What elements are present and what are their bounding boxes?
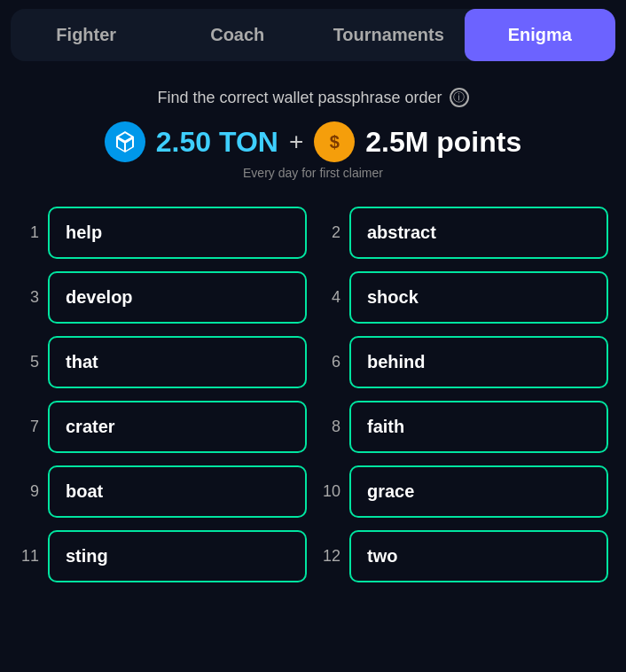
word-number-3: 3: [18, 288, 39, 307]
word-cell-8: 8faith: [319, 401, 608, 453]
tab-coach[interactable]: Coach: [162, 9, 314, 61]
ton-icon: [105, 121, 145, 162]
tab-fighter[interactable]: Fighter: [11, 9, 162, 61]
word-cell-1: 1help: [18, 207, 307, 259]
word-box-5[interactable]: that: [48, 336, 307, 388]
word-cell-3: 3develop: [18, 271, 307, 324]
word-box-9[interactable]: boat: [48, 465, 307, 518]
word-number-1: 1: [18, 223, 39, 242]
nav-bar: Fighter Coach Tournaments Enigma: [11, 9, 615, 61]
word-cell-5: 5that: [18, 336, 307, 388]
coin-symbol: $: [330, 132, 340, 152]
word-box-10[interactable]: grace: [349, 465, 608, 518]
subtitle: Every day for first claimer: [18, 166, 608, 180]
word-box-4[interactable]: shock: [349, 271, 608, 324]
plus-sign: +: [289, 128, 303, 156]
word-cell-10: 10grace: [319, 465, 608, 518]
header-title-text: Find the correct wallet passphrase order: [157, 89, 442, 107]
word-number-10: 10: [319, 482, 340, 501]
word-number-7: 7: [18, 418, 39, 436]
word-box-7[interactable]: crater: [48, 401, 307, 453]
header-title: Find the correct wallet passphrase order…: [18, 88, 608, 107]
word-cell-7: 7crater: [18, 401, 307, 453]
word-grid: 1help2abstract3develop4shock5that6behind…: [0, 189, 626, 600]
ton-logo: [113, 129, 137, 154]
coin-icon: $: [314, 121, 355, 162]
points-amount: 2.5M points: [365, 126, 521, 159]
word-box-3[interactable]: develop: [48, 271, 307, 324]
info-icon[interactable]: ⓘ: [450, 88, 469, 107]
word-number-12: 12: [319, 547, 340, 566]
word-number-11: 11: [18, 547, 39, 566]
word-number-5: 5: [18, 353, 39, 371]
word-cell-12: 12two: [319, 530, 608, 582]
tab-enigma[interactable]: Enigma: [465, 9, 616, 61]
word-number-2: 2: [319, 223, 340, 242]
ton-amount: 2.50 TON: [156, 126, 278, 159]
word-box-12[interactable]: two: [349, 530, 608, 582]
word-box-11[interactable]: sting: [48, 530, 307, 582]
word-cell-6: 6behind: [319, 336, 608, 388]
word-cell-2: 2abstract: [319, 207, 608, 259]
word-box-6[interactable]: behind: [349, 336, 608, 388]
word-box-2[interactable]: abstract: [349, 207, 608, 259]
word-cell-4: 4shock: [319, 271, 608, 324]
tab-tournaments[interactable]: Tournaments: [313, 9, 465, 61]
word-cell-11: 11sting: [18, 530, 307, 582]
word-number-8: 8: [319, 418, 340, 436]
word-box-8[interactable]: faith: [349, 401, 608, 453]
word-number-4: 4: [319, 288, 340, 307]
word-cell-9: 9boat: [18, 465, 307, 518]
word-number-6: 6: [319, 353, 340, 371]
reward-row: 2.50 TON + $ 2.5M points: [18, 121, 608, 162]
word-box-1[interactable]: help: [48, 207, 307, 259]
word-number-9: 9: [18, 482, 39, 501]
header-section: Find the correct wallet passphrase order…: [0, 70, 626, 189]
